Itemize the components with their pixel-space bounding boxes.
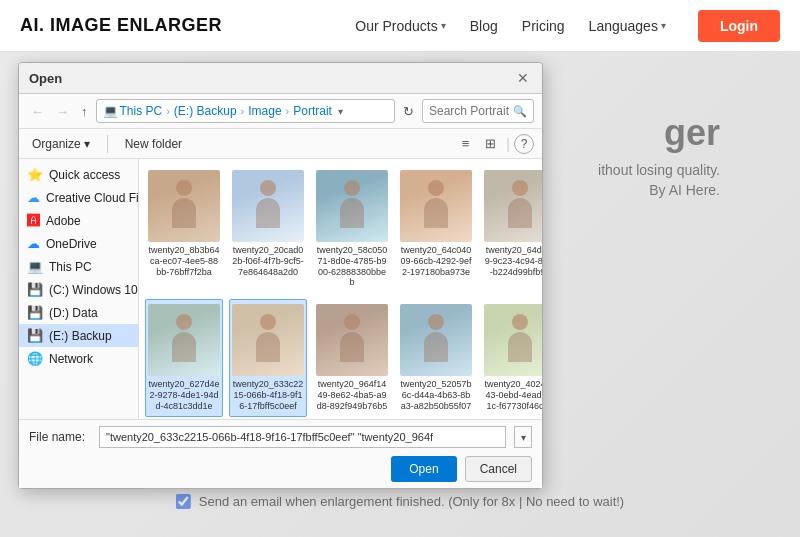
site-logo: AI. IMAGE ENLARGER — [20, 15, 355, 36]
file-thumb-3 — [400, 170, 472, 242]
this-pc-label: 💻 — [103, 104, 118, 118]
nav-forward-button[interactable]: → — [52, 102, 73, 121]
network-icon: 🌐 — [27, 351, 43, 366]
folder-tree: ⭐ Quick access ☁ Creative Cloud Files 🅰 … — [19, 159, 139, 419]
open-button[interactable]: Open — [391, 456, 456, 482]
toolbar-sep-right: | — [506, 136, 510, 152]
file-thumb-5 — [148, 304, 220, 376]
file-item-8[interactable]: twenty20_52057b6c-d44a-4b63-8ba3-a82b50b… — [397, 299, 475, 416]
filename-dropdown-button[interactable]: ▾ — [514, 426, 532, 448]
nav-languages[interactable]: Languages ▾ — [589, 18, 666, 34]
breadcrumb-sep-1: › — [166, 105, 170, 117]
search-input[interactable] — [429, 104, 509, 118]
file-item-2[interactable]: twenty20_58c050 71-8d0e-4785-b900-628883… — [313, 165, 391, 293]
view-list-button[interactable]: ≡ — [456, 133, 476, 154]
help-button[interactable]: ? — [514, 134, 534, 154]
file-item-5[interactable]: twenty20_627d4e2-9278-4de1-94dd-4c81c3dd… — [145, 299, 223, 416]
organize-button[interactable]: Organize ▾ — [27, 134, 95, 154]
creative-cloud-icon: ☁ — [27, 190, 40, 205]
breadcrumb-image[interactable]: Image — [248, 104, 281, 118]
file-name-1: twenty20_20cad02b-f06f-4f7b-9cf5-7e86464… — [232, 245, 304, 277]
main-background: ger ithout losing quality. By AI Here. O… — [0, 52, 800, 537]
new-folder-button[interactable]: New folder — [120, 134, 187, 154]
nav-up-button[interactable]: ↑ — [77, 102, 92, 121]
footer-buttons: Open Cancel — [29, 456, 532, 482]
tree-item-onedrive[interactable]: ☁ OneDrive — [19, 232, 138, 255]
tree-item-quick-access[interactable]: ⭐ Quick access — [19, 163, 138, 186]
e-drive-icon: 💾 — [27, 328, 43, 343]
filename-label: File name: — [29, 430, 91, 444]
new-folder-label: New folder — [125, 137, 182, 151]
breadcrumb-sep-2: › — [241, 105, 245, 117]
toolbar-right: ≡ ⊞ | ? — [456, 133, 534, 154]
navbar: AI. IMAGE ENLARGER Our Products ▾ Blog P… — [0, 0, 800, 52]
dialog-footer: File name: ▾ Open Cancel — [19, 419, 542, 488]
nav-pricing[interactable]: Pricing — [522, 18, 565, 34]
toolbar-separator — [107, 135, 108, 153]
quick-access-icon: ⭐ — [27, 167, 43, 182]
file-name-9: twenty20_40247143-0ebd-4ead-9e1c-f67730f… — [484, 379, 542, 411]
file-item-6[interactable]: twenty20_633c2215-066b-4f18-9f16-17fbff5… — [229, 299, 307, 416]
file-thumb-2 — [316, 170, 388, 242]
search-icon: 🔍 — [513, 105, 527, 118]
file-item-3[interactable]: twenty20_64c04009-66cb-4292-9ef2-197180b… — [397, 165, 475, 293]
file-item-4[interactable]: twenty20_64daf99-9c23-4c94-8b0f-b224d99b… — [481, 165, 542, 293]
address-dropdown-button[interactable]: ▾ — [338, 106, 343, 117]
breadcrumb-sep-3: › — [286, 105, 290, 117]
file-name-5: twenty20_627d4e2-9278-4de1-94dd-4c81c3dd… — [148, 379, 220, 411]
dialog-overlay: Open ✕ ← → ↑ 💻 This PC › (E:) Backup — [0, 52, 800, 537]
tree-item-creative-cloud[interactable]: ☁ Creative Cloud Files — [19, 186, 138, 209]
search-box: 🔍 — [422, 99, 534, 123]
filename-input[interactable] — [99, 426, 506, 448]
file-thumb-8 — [400, 304, 472, 376]
c-drive-icon: 💾 — [27, 282, 43, 297]
dialog-title-bar: Open ✕ — [19, 63, 542, 94]
file-item-0[interactable]: twenty20_8b3b64ca-ec07-4ee5-88bb-76bff7f… — [145, 165, 223, 293]
file-name-6: twenty20_633c2215-066b-4f18-9f16-17fbff5… — [232, 379, 304, 411]
languages-dropdown-icon: ▾ — [661, 20, 666, 31]
tree-item-d-drive[interactable]: 💾 (D:) Data — [19, 301, 138, 324]
tree-item-e-drive[interactable]: 💾 (E:) Backup — [19, 324, 138, 347]
file-name-4: twenty20_64daf99-9c23-4c94-8b0f-b224d99b… — [484, 245, 542, 277]
dialog-nav-bar: ← → ↑ 💻 This PC › (E:) Backup › Image — [19, 94, 542, 129]
file-thumb-9 — [484, 304, 542, 376]
dialog-title: Open — [29, 71, 62, 86]
file-name-7: twenty20_964f1449-8e62-4ba5-a9d8-892f949… — [316, 379, 388, 411]
file-thumb-1 — [232, 170, 304, 242]
nav-back-button[interactable]: ← — [27, 102, 48, 121]
tree-item-c-drive[interactable]: 💾 (C:) Windows 10 — [19, 278, 138, 301]
file-item-9[interactable]: twenty20_40247143-0ebd-4ead-9e1c-f67730f… — [481, 299, 542, 416]
address-refresh-button[interactable]: ↻ — [399, 102, 418, 121]
nav-blog[interactable]: Blog — [470, 18, 498, 34]
file-open-dialog: Open ✕ ← → ↑ 💻 This PC › (E:) Backup — [18, 62, 543, 489]
file-name-0: twenty20_8b3b64ca-ec07-4ee5-88bb-76bff7f… — [148, 245, 220, 277]
cancel-button[interactable]: Cancel — [465, 456, 532, 482]
address-bar: 💻 This PC › (E:) Backup › Image › Portra… — [96, 99, 396, 123]
file-thumb-6 — [232, 304, 304, 376]
d-drive-icon: 💾 — [27, 305, 43, 320]
file-item-1[interactable]: twenty20_20cad02b-f06f-4f7b-9cf5-7e86464… — [229, 165, 307, 293]
file-item-7[interactable]: twenty20_964f1449-8e62-4ba5-a9d8-892f949… — [313, 299, 391, 416]
file-thumb-0 — [148, 170, 220, 242]
nav-links: Our Products ▾ Blog Pricing Languages ▾ … — [355, 10, 780, 42]
tree-item-this-pc[interactable]: 💻 This PC — [19, 255, 138, 278]
nav-our-products[interactable]: Our Products ▾ — [355, 18, 445, 34]
this-pc-icon: 💻 — [27, 259, 43, 274]
adobe-icon: 🅰 — [27, 213, 40, 228]
dialog-close-button[interactable]: ✕ — [514, 69, 532, 87]
file-name-8: twenty20_52057b6c-d44a-4b63-8ba3-a82b50b… — [400, 379, 472, 411]
onedrive-icon: ☁ — [27, 236, 40, 251]
organize-dropdown-icon: ▾ — [84, 137, 90, 151]
breadcrumb-this-pc[interactable]: 💻 This PC — [103, 104, 163, 118]
dialog-body: ⭐ Quick access ☁ Creative Cloud Files 🅰 … — [19, 159, 542, 419]
view-grid-button[interactable]: ⊞ — [479, 133, 502, 154]
login-button[interactable]: Login — [698, 10, 780, 42]
file-name-3: twenty20_64c04009-66cb-4292-9ef2-197180b… — [400, 245, 472, 277]
file-thumb-7 — [316, 304, 388, 376]
organize-label: Organize — [32, 137, 81, 151]
products-dropdown-icon: ▾ — [441, 20, 446, 31]
tree-item-adobe[interactable]: 🅰 Adobe — [19, 209, 138, 232]
breadcrumb-backup[interactable]: (E:) Backup — [174, 104, 237, 118]
tree-item-network[interactable]: 🌐 Network — [19, 347, 138, 370]
breadcrumb-portrait[interactable]: Portrait — [293, 104, 332, 118]
